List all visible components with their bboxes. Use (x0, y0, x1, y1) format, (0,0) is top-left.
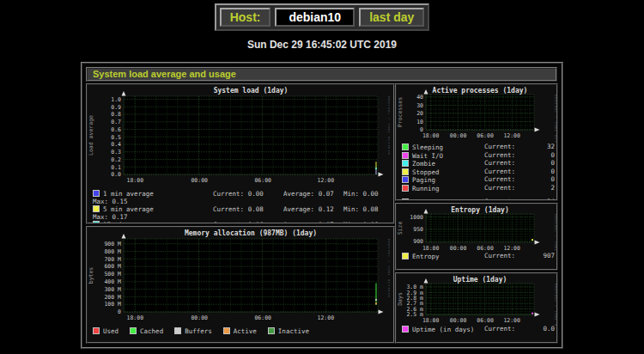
svg-text:Size: Size (397, 222, 404, 235)
section-title: System load average and usage (86, 67, 557, 82)
period-button[interactable]: last day (359, 8, 424, 27)
host-value[interactable]: debian10 (275, 8, 355, 27)
svg-text:3.0 m: 3.0 m (406, 284, 423, 290)
processes-graph[interactable]: 01020304018:0000:0006:0012:00Active proc… (397, 85, 556, 143)
svg-text:1.0: 1.0 (111, 96, 121, 103)
legend-row: Uptime (in days)Current:0.0 (402, 326, 556, 334)
svg-text:12:00: 12:00 (503, 132, 520, 139)
legend-swatch (223, 327, 230, 334)
legend-swatch (402, 185, 409, 192)
legend-row: 5 min averageCurrent: 0.08Average: 0.12M… (93, 205, 393, 221)
legend-swatch (402, 152, 409, 159)
legend-item: Active (223, 327, 257, 336)
legend-swatch (402, 160, 409, 167)
svg-text:900 M: 900 M (104, 241, 121, 247)
svg-text:300 M: 300 M (104, 286, 121, 293)
svg-text:00:00: 00:00 (450, 132, 467, 139)
processes-legend: SleepingCurrent:32Wait I/OCurrent:0Zombi… (397, 143, 556, 201)
legend-item: Inactive (268, 327, 309, 336)
legend-row: 1 min averageCurrent: 0.00Average: 0.07M… (93, 190, 393, 205)
graphs-container: System load average and usage 0.00.10.20… (81, 62, 563, 349)
legend-row: ZombieCurrent:0 (402, 160, 556, 168)
svg-text:0.3: 0.3 (111, 149, 121, 156)
memory-graph[interactable]: 0100 M200 M300 M400 M500 M600 M700 M800 … (88, 228, 390, 327)
legend-swatch (93, 205, 100, 212)
legend-swatch (402, 176, 409, 183)
date-line: Sun Dec 29 16:45:02 UTC 2019 (0, 39, 644, 51)
header: Host: debian10 last day Sun Dec 29 16:45… (0, 0, 644, 51)
svg-text:18:00: 18:00 (422, 245, 440, 252)
svg-text:20: 20 (416, 110, 423, 117)
svg-text:100 M: 100 M (104, 301, 121, 308)
svg-text:Active processes (1day): Active processes (1day) (433, 86, 528, 95)
svg-text:RRDTOOL / TOBI OETIKER: RRDTOOL / TOBI OETIKER (554, 284, 556, 326)
system-load-graph[interactable]: 0.00.10.20.30.40.50.60.70.80.91.018:0000… (88, 85, 390, 190)
svg-text:0.5: 0.5 (111, 134, 121, 141)
svg-text:12:00: 12:00 (503, 317, 520, 324)
svg-text:00:00: 00:00 (191, 314, 208, 321)
legend-row: StoppedCurrent:0 (402, 168, 556, 177)
legend-swatch (174, 327, 181, 334)
svg-text:400 M: 400 M (104, 278, 121, 285)
svg-text:0.8: 0.8 (111, 111, 121, 118)
svg-text:10: 10 (416, 119, 423, 125)
svg-text:12:00: 12:00 (318, 314, 335, 321)
entropy-legend: EntropyCurrent:907 (397, 253, 556, 261)
svg-text:06:00: 06:00 (254, 314, 271, 321)
legend-item: Used (93, 327, 118, 336)
svg-text:18:00: 18:00 (422, 317, 440, 324)
legend-swatch (130, 327, 137, 334)
legend-row: Total ProcessesCurrent:34 (402, 198, 556, 201)
svg-text:0: 0 (118, 308, 121, 315)
svg-text:12:00: 12:00 (503, 245, 520, 252)
entropy-panel: 900950100018:0000:0006:0012:00Entropy (1… (395, 203, 558, 271)
host-bar: Host: debian10 last day (215, 3, 430, 31)
legend-row: SleepingCurrent:32 (402, 143, 556, 152)
legend-swatch (402, 168, 409, 175)
legend-swatch (402, 143, 409, 150)
legend-swatch (402, 253, 409, 259)
svg-text:200 M: 200 M (104, 294, 121, 301)
svg-text:0.7: 0.7 (111, 119, 121, 125)
uptime-graph[interactable]: 2.5 m2.6 m2.7 m2.8 m2.9 m3.0 m18:0000:00… (397, 274, 556, 326)
memory-legend: UsedCachedBuffersActiveInactive (88, 327, 393, 336)
svg-text:18:00: 18:00 (422, 132, 440, 139)
legend-row: EntropyCurrent:907 (402, 253, 556, 261)
uptime-panel: 2.5 m2.6 m2.7 m2.8 m2.9 m3.0 m18:0000:00… (395, 272, 558, 344)
svg-text:Memory allocation (987MB) (1d: Memory allocation (987MB) (1day) (185, 229, 317, 237)
svg-text:System load (1day): System load (1day) (214, 87, 289, 95)
svg-text:600 M: 600 M (104, 263, 121, 270)
svg-text:12:00: 12:00 (318, 177, 335, 184)
svg-text:00:00: 00:00 (191, 177, 208, 184)
legend-swatch (268, 327, 275, 334)
svg-text:18:00: 18:00 (127, 177, 144, 184)
svg-text:0.1: 0.1 (111, 164, 121, 171)
system-load-legend: 1 min averageCurrent: 0.00Average: 0.07M… (88, 190, 393, 224)
entropy-graph[interactable]: 900950100018:0000:0006:0012:00Entropy (1… (397, 204, 556, 253)
svg-text:0.6: 0.6 (111, 126, 121, 133)
svg-text:40: 40 (416, 94, 423, 101)
legend-item: Cached (130, 327, 163, 336)
svg-text:18:00: 18:00 (127, 314, 144, 321)
svg-text:0.2: 0.2 (111, 156, 121, 163)
svg-text:RRDTOOL / TOBI OETIKER: RRDTOOL / TOBI OETIKER (387, 96, 390, 156)
legend-swatch (93, 221, 100, 224)
legend-row: RunningCurrent:2 (402, 185, 556, 193)
legend-swatch (93, 190, 100, 197)
svg-text:06:00: 06:00 (477, 245, 494, 252)
svg-text:950: 950 (413, 226, 423, 233)
svg-text:RRDTOOL / TOBI OETIKER: RRDTOOL / TOBI OETIKER (554, 95, 556, 143)
svg-text:700 M: 700 M (104, 256, 121, 263)
host-label: Host: (220, 8, 271, 27)
uptime-legend: Uptime (in days)Current:0.0 (397, 326, 556, 334)
processes-panel: 01020304018:0000:0006:0012:00Active proc… (395, 83, 558, 201)
svg-text:Load average: Load average (88, 115, 94, 156)
svg-text:0.0: 0.0 (111, 171, 121, 178)
svg-text:500 M: 500 M (104, 271, 121, 278)
legend-item: Buffers (174, 327, 212, 336)
svg-text:06:00: 06:00 (254, 177, 271, 184)
svg-text:bytes: bytes (88, 267, 94, 284)
legend-row: Wait I/OCurrent:0 (402, 152, 556, 161)
memory-panel: 0100 M200 M300 M400 M500 M600 M700 M800 … (86, 226, 395, 344)
svg-text:Entropy (1day): Entropy (1day) (451, 206, 508, 214)
